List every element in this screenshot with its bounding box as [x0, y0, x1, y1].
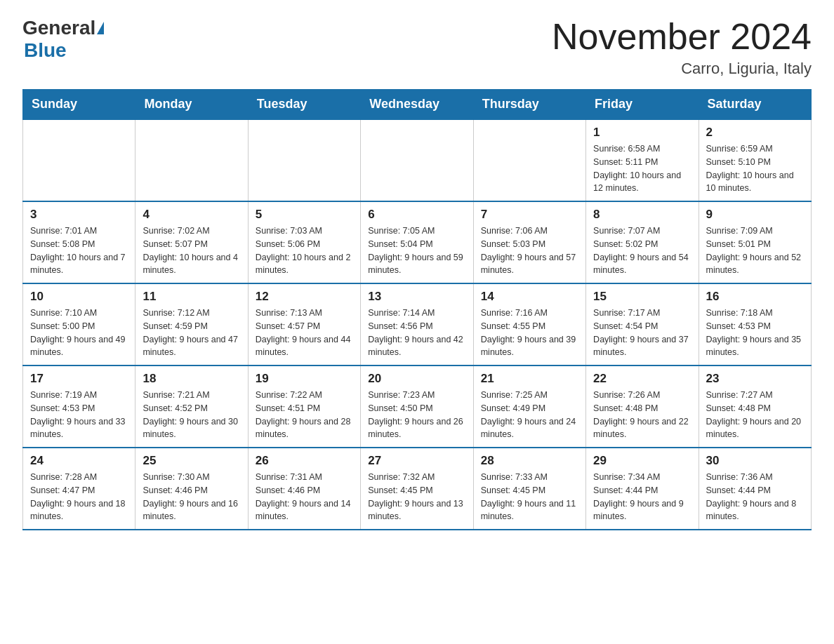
- calendar-cell: [473, 119, 585, 201]
- day-info: Sunrise: 7:33 AMSunset: 4:45 PMDaylight:…: [481, 471, 578, 523]
- calendar-cell: 16Sunrise: 7:18 AMSunset: 4:53 PMDayligh…: [699, 283, 811, 365]
- calendar-cell: 30Sunrise: 7:36 AMSunset: 4:44 PMDayligh…: [699, 448, 811, 530]
- day-number: 25: [143, 454, 240, 468]
- day-info: Sunrise: 7:09 AMSunset: 5:01 PMDaylight:…: [706, 224, 804, 277]
- calendar-cell: 18Sunrise: 7:21 AMSunset: 4:52 PMDayligh…: [135, 365, 248, 448]
- day-info: Sunrise: 6:59 AMSunset: 5:10 PMDaylight:…: [706, 142, 804, 195]
- day-number: 13: [368, 290, 465, 304]
- column-header-tuesday: Tuesday: [248, 90, 360, 120]
- day-info: Sunrise: 7:28 AMSunset: 4:47 PMDaylight:…: [30, 471, 128, 523]
- calendar-cell: 9Sunrise: 7:09 AMSunset: 5:01 PMDaylight…: [699, 201, 811, 283]
- day-info: Sunrise: 6:58 AMSunset: 5:11 PMDaylight:…: [593, 142, 691, 195]
- day-info: Sunrise: 7:13 AMSunset: 4:57 PMDaylight:…: [256, 307, 353, 359]
- day-info: Sunrise: 7:25 AMSunset: 4:49 PMDaylight:…: [481, 389, 578, 441]
- location-subtitle: Carro, Liguria, Italy: [552, 60, 812, 78]
- calendar-cell: 22Sunrise: 7:26 AMSunset: 4:48 PMDayligh…: [586, 365, 699, 448]
- calendar-cell: 4Sunrise: 7:02 AMSunset: 5:07 PMDaylight…: [135, 201, 248, 283]
- calendar-cell: 21Sunrise: 7:25 AMSunset: 4:49 PMDayligh…: [473, 365, 585, 448]
- day-number: 5: [256, 208, 353, 222]
- calendar-cell: 26Sunrise: 7:31 AMSunset: 4:46 PMDayligh…: [248, 448, 360, 530]
- day-info: Sunrise: 7:31 AMSunset: 4:46 PMDaylight:…: [256, 471, 353, 523]
- column-header-friday: Friday: [586, 90, 699, 120]
- day-number: 7: [481, 208, 578, 222]
- week-row-5: 24Sunrise: 7:28 AMSunset: 4:47 PMDayligh…: [23, 448, 812, 530]
- calendar-cell: [361, 119, 473, 201]
- column-header-saturday: Saturday: [699, 90, 811, 120]
- day-number: 17: [30, 372, 128, 386]
- calendar-cell: 29Sunrise: 7:34 AMSunset: 4:44 PMDayligh…: [586, 448, 699, 530]
- day-number: 18: [143, 372, 240, 386]
- calendar-cell: 20Sunrise: 7:23 AMSunset: 4:50 PMDayligh…: [361, 365, 473, 448]
- day-info: Sunrise: 7:18 AMSunset: 4:53 PMDaylight:…: [706, 307, 804, 359]
- day-info: Sunrise: 7:07 AMSunset: 5:02 PMDaylight:…: [593, 224, 691, 277]
- calendar-cell: 11Sunrise: 7:12 AMSunset: 4:59 PMDayligh…: [135, 283, 248, 365]
- day-number: 23: [706, 372, 804, 386]
- day-info: Sunrise: 7:32 AMSunset: 4:45 PMDaylight:…: [368, 471, 465, 523]
- calendar-cell: 25Sunrise: 7:30 AMSunset: 4:46 PMDayligh…: [135, 448, 248, 530]
- day-number: 19: [256, 372, 353, 386]
- calendar-cell: 24Sunrise: 7:28 AMSunset: 4:47 PMDayligh…: [23, 448, 135, 530]
- column-header-thursday: Thursday: [473, 90, 585, 120]
- day-info: Sunrise: 7:16 AMSunset: 4:55 PMDaylight:…: [481, 307, 578, 359]
- column-header-sunday: Sunday: [23, 90, 135, 120]
- logo-triangle-icon: [97, 22, 104, 34]
- day-info: Sunrise: 7:01 AMSunset: 5:08 PMDaylight:…: [30, 224, 128, 277]
- logo-general-text: General: [22, 17, 95, 39]
- header: General Blue November 2024 Carro, Liguri…: [22, 17, 812, 78]
- day-info: Sunrise: 7:05 AMSunset: 5:04 PMDaylight:…: [368, 224, 465, 277]
- calendar-cell: 7Sunrise: 7:06 AMSunset: 5:03 PMDaylight…: [473, 201, 585, 283]
- day-number: 3: [30, 208, 128, 222]
- day-info: Sunrise: 7:27 AMSunset: 4:48 PMDaylight:…: [706, 389, 804, 441]
- day-number: 15: [593, 290, 691, 304]
- calendar-cell: 1Sunrise: 6:58 AMSunset: 5:11 PMDaylight…: [586, 119, 699, 201]
- logo: General: [22, 17, 105, 39]
- day-number: 29: [593, 454, 691, 468]
- day-info: Sunrise: 7:10 AMSunset: 5:00 PMDaylight:…: [30, 307, 128, 359]
- logo-blue-text: Blue: [24, 39, 67, 61]
- day-number: 10: [30, 290, 128, 304]
- day-number: 1: [593, 126, 691, 140]
- calendar-cell: 5Sunrise: 7:03 AMSunset: 5:06 PMDaylight…: [248, 201, 360, 283]
- day-number: 30: [706, 454, 804, 468]
- day-info: Sunrise: 7:22 AMSunset: 4:51 PMDaylight:…: [256, 389, 353, 441]
- header-row: SundayMondayTuesdayWednesdayThursdayFrid…: [23, 90, 812, 120]
- day-number: 9: [706, 208, 804, 222]
- day-info: Sunrise: 7:23 AMSunset: 4:50 PMDaylight:…: [368, 389, 465, 441]
- day-number: 20: [368, 372, 465, 386]
- day-number: 16: [706, 290, 804, 304]
- day-info: Sunrise: 7:21 AMSunset: 4:52 PMDaylight:…: [143, 389, 240, 441]
- day-number: 2: [706, 126, 804, 140]
- day-number: 28: [481, 454, 578, 468]
- day-info: Sunrise: 7:03 AMSunset: 5:06 PMDaylight:…: [256, 224, 353, 277]
- calendar-cell: 15Sunrise: 7:17 AMSunset: 4:54 PMDayligh…: [586, 283, 699, 365]
- calendar-cell: 8Sunrise: 7:07 AMSunset: 5:02 PMDaylight…: [586, 201, 699, 283]
- calendar-cell: 28Sunrise: 7:33 AMSunset: 4:45 PMDayligh…: [473, 448, 585, 530]
- calendar-cell: [248, 119, 360, 201]
- column-header-monday: Monday: [135, 90, 248, 120]
- week-row-4: 17Sunrise: 7:19 AMSunset: 4:53 PMDayligh…: [23, 365, 812, 448]
- day-info: Sunrise: 7:14 AMSunset: 4:56 PMDaylight:…: [368, 307, 465, 359]
- day-number: 6: [368, 208, 465, 222]
- calendar-cell: 6Sunrise: 7:05 AMSunset: 5:04 PMDaylight…: [361, 201, 473, 283]
- day-info: Sunrise: 7:17 AMSunset: 4:54 PMDaylight:…: [593, 307, 691, 359]
- day-number: 24: [30, 454, 128, 468]
- day-number: 26: [256, 454, 353, 468]
- day-info: Sunrise: 7:02 AMSunset: 5:07 PMDaylight:…: [143, 224, 240, 277]
- day-info: Sunrise: 7:34 AMSunset: 4:44 PMDaylight:…: [593, 471, 691, 523]
- week-row-2: 3Sunrise: 7:01 AMSunset: 5:08 PMDaylight…: [23, 201, 812, 283]
- week-row-1: 1Sunrise: 6:58 AMSunset: 5:11 PMDaylight…: [23, 119, 812, 201]
- calendar-cell: 23Sunrise: 7:27 AMSunset: 4:48 PMDayligh…: [699, 365, 811, 448]
- calendar-cell: 19Sunrise: 7:22 AMSunset: 4:51 PMDayligh…: [248, 365, 360, 448]
- title-area: November 2024 Carro, Liguria, Italy: [552, 17, 812, 78]
- day-number: 27: [368, 454, 465, 468]
- column-header-wednesday: Wednesday: [361, 90, 473, 120]
- calendar-cell: 13Sunrise: 7:14 AMSunset: 4:56 PMDayligh…: [361, 283, 473, 365]
- calendar-cell: 27Sunrise: 7:32 AMSunset: 4:45 PMDayligh…: [361, 448, 473, 530]
- calendar-cell: 17Sunrise: 7:19 AMSunset: 4:53 PMDayligh…: [23, 365, 135, 448]
- day-info: Sunrise: 7:26 AMSunset: 4:48 PMDaylight:…: [593, 389, 691, 441]
- calendar-table: SundayMondayTuesdayWednesdayThursdayFrid…: [22, 89, 812, 530]
- day-number: 11: [143, 290, 240, 304]
- day-number: 12: [256, 290, 353, 304]
- day-number: 22: [593, 372, 691, 386]
- day-info: Sunrise: 7:19 AMSunset: 4:53 PMDaylight:…: [30, 389, 128, 441]
